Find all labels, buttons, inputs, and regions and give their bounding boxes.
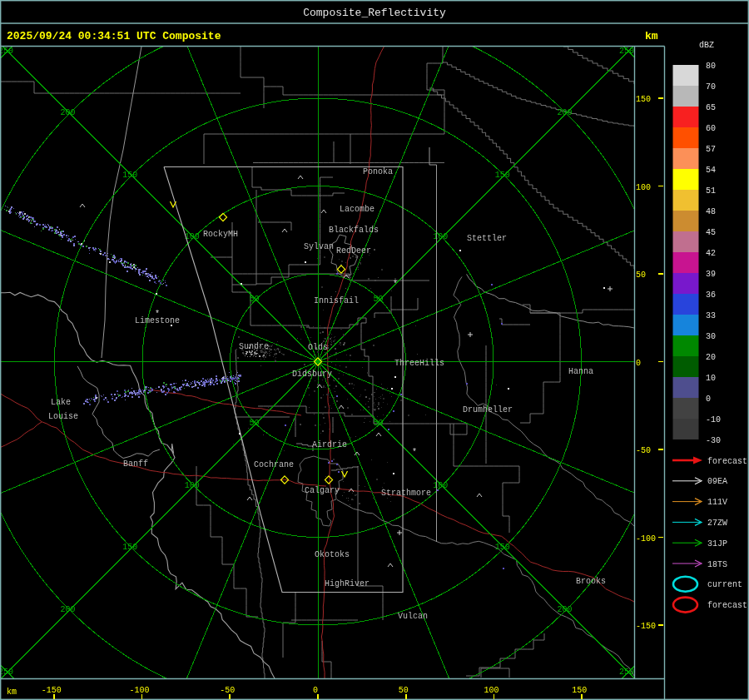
svg-text:33: 33 (706, 311, 716, 320)
svg-text:Sylvan: Sylvan (304, 242, 334, 251)
svg-text:100: 100 (484, 686, 499, 695)
svg-text:250: 250 (0, 47, 13, 56)
svg-text:200: 200 (557, 605, 572, 614)
svg-text:Ponoka: Ponoka (363, 167, 393, 176)
svg-text:0: 0 (313, 686, 318, 695)
svg-text:-100: -100 (636, 534, 656, 544)
svg-text:-50: -50 (636, 446, 651, 455)
svg-text:Blackfalds: Blackfalds (329, 226, 379, 235)
svg-text:150: 150 (122, 543, 137, 552)
svg-text:31JP: 31JP (707, 539, 727, 549)
svg-text:100: 100 (636, 183, 651, 192)
svg-text:20: 20 (706, 353, 716, 362)
svg-text:48: 48 (706, 207, 716, 216)
svg-text:150: 150 (495, 543, 510, 552)
svg-text:50: 50 (249, 295, 259, 304)
svg-text:50: 50 (636, 271, 646, 280)
svg-text:70: 70 (706, 82, 716, 92)
svg-text:Olds: Olds (308, 343, 328, 352)
svg-text:250: 250 (619, 668, 634, 677)
svg-text:36: 36 (706, 290, 716, 300)
svg-text:150: 150 (572, 686, 587, 695)
svg-text:100: 100 (185, 481, 200, 490)
svg-text:51: 51 (706, 186, 716, 196)
svg-text:250: 250 (619, 47, 634, 56)
svg-text:Lake: Lake (51, 398, 71, 407)
svg-text:45: 45 (706, 228, 716, 237)
svg-text:18TS: 18TS (707, 560, 727, 569)
svg-text:forecast: forecast (707, 457, 747, 466)
svg-text:Hanna: Hanna (568, 367, 593, 376)
svg-text:30: 30 (706, 332, 716, 341)
svg-text:Calgary: Calgary (305, 486, 340, 495)
svg-text:150: 150 (495, 171, 510, 180)
svg-text:2025/09/24 00:34:51 UTC Compos: 2025/09/24 00:34:51 UTC Composite (7, 30, 221, 42)
svg-text:HighRiver: HighRiver (325, 579, 370, 588)
svg-text:50: 50 (249, 419, 259, 428)
svg-text:57: 57 (706, 145, 716, 154)
svg-text:-150: -150 (636, 622, 656, 631)
svg-text:Vulcan: Vulcan (398, 612, 428, 621)
svg-text:200: 200 (61, 605, 76, 614)
svg-text:39: 39 (706, 270, 716, 279)
svg-text:Innisfail: Innisfail (314, 296, 359, 305)
svg-text:Airdrie: Airdrie (312, 440, 347, 449)
svg-text:250: 250 (0, 668, 13, 677)
svg-text:200: 200 (61, 108, 76, 117)
svg-text:10: 10 (706, 374, 716, 383)
svg-text:200: 200 (557, 108, 572, 117)
svg-text:27ZW: 27ZW (707, 519, 727, 528)
svg-text:km: km (645, 30, 658, 42)
svg-text:Banff: Banff (123, 459, 148, 469)
svg-text:150: 150 (122, 171, 137, 180)
svg-text:forecast: forecast (707, 601, 747, 610)
svg-text:65: 65 (706, 103, 716, 112)
svg-text:100: 100 (433, 481, 448, 490)
svg-text:50: 50 (374, 295, 384, 304)
svg-text:Strathmore: Strathmore (381, 489, 431, 498)
svg-text:0: 0 (706, 395, 711, 404)
svg-text:*: * (393, 280, 398, 289)
svg-text:Cochrane: Cochrane (254, 460, 294, 469)
svg-text:-100: -100 (129, 686, 149, 695)
svg-text:50: 50 (374, 419, 384, 428)
svg-text:Composite_Reflectivity: Composite_Reflectivity (303, 7, 446, 19)
svg-text:Sundre: Sundre (239, 342, 269, 351)
svg-text:Okotoks: Okotoks (315, 550, 350, 559)
svg-text:RockyMH: RockyMH (203, 230, 238, 239)
svg-text:-30: -30 (706, 436, 721, 445)
svg-text:Drumheller: Drumheller (463, 405, 513, 415)
svg-text:111V: 111V (707, 498, 727, 507)
svg-text:km: km (7, 688, 17, 697)
svg-text:dBZ: dBZ (699, 41, 714, 50)
svg-text:Stettler: Stettler (467, 234, 507, 243)
svg-text:current: current (707, 580, 742, 589)
svg-text:54: 54 (706, 166, 716, 175)
svg-text:Limestone: Limestone (135, 316, 180, 325)
svg-text:-10: -10 (706, 415, 721, 424)
svg-text:50: 50 (399, 686, 409, 695)
svg-text:Brooks: Brooks (576, 577, 606, 586)
svg-text:60: 60 (706, 124, 716, 133)
svg-text:0: 0 (636, 359, 641, 368)
svg-text:-50: -50 (220, 686, 235, 695)
svg-text:80: 80 (706, 62, 716, 71)
svg-text:42: 42 (706, 249, 716, 258)
svg-text:09EA: 09EA (707, 477, 727, 486)
svg-text:RedDeer: RedDeer (336, 246, 371, 256)
svg-text:-150: -150 (42, 686, 62, 695)
svg-text:100: 100 (433, 232, 448, 241)
svg-text:150: 150 (636, 95, 651, 104)
svg-text:ThreeHills: ThreeHills (394, 359, 444, 368)
svg-text:*: * (412, 448, 417, 457)
svg-text:Louise: Louise (48, 412, 78, 421)
svg-text:Lacombe: Lacombe (340, 205, 374, 214)
svg-text:Didsbury: Didsbury (292, 370, 332, 379)
